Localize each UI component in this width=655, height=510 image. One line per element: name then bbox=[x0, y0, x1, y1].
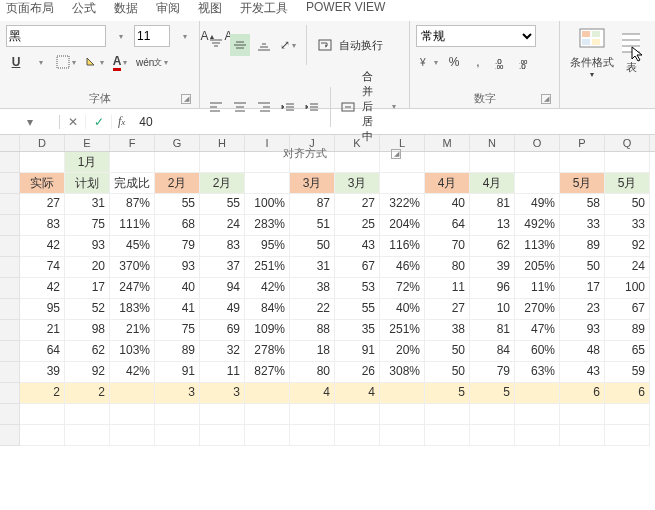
subheader-actual[interactable]: 实际 bbox=[20, 173, 65, 194]
col-header[interactable]: P bbox=[560, 135, 605, 151]
cell[interactable] bbox=[245, 425, 290, 446]
tab-formulas[interactable]: 公式 bbox=[72, 0, 96, 17]
subheader-m5a[interactable]: 5月 bbox=[560, 173, 605, 194]
cell[interactable]: 827% bbox=[245, 362, 290, 383]
subheader-m3a[interactable]: 3月 bbox=[290, 173, 335, 194]
cell[interactable]: 21 bbox=[20, 320, 65, 341]
cell[interactable]: 53 bbox=[335, 278, 380, 299]
cell[interactable]: 39 bbox=[470, 257, 515, 278]
border-button[interactable] bbox=[54, 51, 78, 73]
cell[interactable]: 183% bbox=[110, 299, 155, 320]
font-size-combo[interactable] bbox=[134, 25, 170, 47]
cell[interactable] bbox=[200, 425, 245, 446]
subheader-m3b[interactable]: 3月 bbox=[335, 173, 380, 194]
font-size-dropdown[interactable] bbox=[174, 25, 194, 47]
cell[interactable] bbox=[155, 425, 200, 446]
cell[interactable]: 43 bbox=[335, 236, 380, 257]
cell[interactable] bbox=[335, 404, 380, 425]
cell[interactable]: 111% bbox=[110, 215, 155, 236]
cell[interactable]: 20 bbox=[65, 257, 110, 278]
cell[interactable] bbox=[515, 425, 560, 446]
cell[interactable]: 65 bbox=[605, 341, 650, 362]
format-table-button[interactable]: 表 bbox=[622, 30, 640, 77]
cell[interactable]: 42 bbox=[20, 236, 65, 257]
cell[interactable]: 87% bbox=[110, 194, 155, 215]
cell[interactable]: 98 bbox=[65, 320, 110, 341]
font-name-dropdown[interactable] bbox=[110, 25, 130, 47]
totals-cell[interactable]: 3 bbox=[200, 383, 245, 404]
cell[interactable]: 64 bbox=[20, 341, 65, 362]
cell[interactable]: 72% bbox=[380, 278, 425, 299]
cell[interactable]: 17 bbox=[560, 278, 605, 299]
number-format-combo[interactable]: 常规 bbox=[416, 25, 536, 47]
conditional-formatting-button[interactable]: 条件格式▾ bbox=[566, 25, 618, 81]
cell[interactable]: 64 bbox=[425, 215, 470, 236]
tab-page-layout[interactable]: 页面布局 bbox=[6, 0, 54, 17]
wrap-text-icon[interactable] bbox=[315, 34, 335, 56]
cell[interactable] bbox=[335, 425, 380, 446]
cell[interactable]: 69 bbox=[200, 320, 245, 341]
cell[interactable]: 308% bbox=[380, 362, 425, 383]
cell[interactable]: 251% bbox=[245, 257, 290, 278]
subheader-ratio[interactable]: 完成比 bbox=[110, 173, 155, 194]
cell[interactable]: 33 bbox=[560, 215, 605, 236]
cell[interactable]: 40% bbox=[380, 299, 425, 320]
cell[interactable] bbox=[470, 425, 515, 446]
fill-color-button[interactable] bbox=[82, 51, 106, 73]
cell[interactable]: 113% bbox=[515, 236, 560, 257]
cell[interactable]: 100% bbox=[245, 194, 290, 215]
cell[interactable] bbox=[290, 425, 335, 446]
cell[interactable] bbox=[470, 404, 515, 425]
subheader-m2b[interactable]: 2月 bbox=[200, 173, 245, 194]
cell[interactable]: 32 bbox=[200, 341, 245, 362]
cell[interactable]: 93 bbox=[155, 257, 200, 278]
cell[interactable] bbox=[560, 425, 605, 446]
cell[interactable]: 74 bbox=[20, 257, 65, 278]
cell[interactable]: 92 bbox=[65, 362, 110, 383]
cell[interactable]: 95 bbox=[20, 299, 65, 320]
tab-data[interactable]: 数据 bbox=[114, 0, 138, 17]
cell[interactable]: 93 bbox=[65, 236, 110, 257]
align-right-icon[interactable] bbox=[254, 96, 274, 118]
totals-cell[interactable]: 4 bbox=[290, 383, 335, 404]
percent-button[interactable]: % bbox=[444, 51, 464, 73]
totals-cell[interactable]: 6 bbox=[605, 383, 650, 404]
totals-cell[interactable]: 6 bbox=[560, 383, 605, 404]
fx-icon[interactable]: fx bbox=[112, 114, 131, 129]
cell[interactable]: 35 bbox=[335, 320, 380, 341]
wrap-text-label[interactable]: 自动换行 bbox=[339, 38, 383, 53]
col-header[interactable]: F bbox=[110, 135, 155, 151]
totals-cell[interactable] bbox=[110, 383, 155, 404]
cell[interactable] bbox=[155, 404, 200, 425]
tab-power-view[interactable]: POWER VIEW bbox=[306, 0, 385, 17]
cell[interactable]: 51 bbox=[290, 215, 335, 236]
cell[interactable]: 87 bbox=[290, 194, 335, 215]
cell[interactable]: 251% bbox=[380, 320, 425, 341]
cell[interactable]: 46% bbox=[380, 257, 425, 278]
accounting-format-button[interactable]: ¥ bbox=[416, 51, 440, 73]
number-dialog-launcher[interactable]: ◢ bbox=[541, 94, 551, 104]
cell[interactable]: 84 bbox=[470, 341, 515, 362]
cell[interactable]: 20% bbox=[380, 341, 425, 362]
subheader-plan[interactable]: 计划 bbox=[65, 173, 110, 194]
cell[interactable]: 89 bbox=[560, 236, 605, 257]
cell[interactable]: 91 bbox=[335, 341, 380, 362]
cell[interactable] bbox=[380, 404, 425, 425]
cell[interactable]: 45% bbox=[110, 236, 155, 257]
cell[interactable]: 27 bbox=[335, 194, 380, 215]
cell[interactable] bbox=[380, 425, 425, 446]
col-header[interactable]: Q bbox=[605, 135, 650, 151]
cell[interactable] bbox=[290, 404, 335, 425]
cell[interactable] bbox=[110, 404, 155, 425]
cell[interactable]: 62 bbox=[470, 236, 515, 257]
cell[interactable]: 13 bbox=[470, 215, 515, 236]
cell[interactable]: 75 bbox=[155, 320, 200, 341]
cell[interactable]: 322% bbox=[380, 194, 425, 215]
cell[interactable]: 116% bbox=[380, 236, 425, 257]
cell[interactable]: 55 bbox=[335, 299, 380, 320]
align-dialog-launcher[interactable]: ◢ bbox=[391, 149, 401, 159]
increase-decimal-icon[interactable]: .0.00 bbox=[492, 51, 512, 73]
cell[interactable]: 205% bbox=[515, 257, 560, 278]
cell[interactable]: 50 bbox=[425, 341, 470, 362]
cell[interactable]: 278% bbox=[245, 341, 290, 362]
